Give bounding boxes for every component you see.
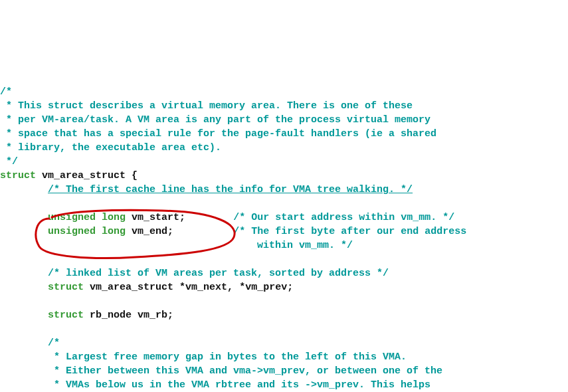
keyword-long: long	[102, 226, 126, 237]
comment-block-header-l6: */	[0, 156, 18, 167]
comment-gap-l3: * Either between this VMA and vma->vm_pr…	[48, 365, 442, 377]
comment-block-header-l2: * This struct describes a virtual memory…	[0, 100, 413, 112]
semicolon: ;	[167, 310, 173, 321]
identifier-vm_start: vm_start	[132, 212, 179, 223]
keyword-long: long	[102, 212, 126, 223]
identifier-vm_area_struct: vm_area_struct	[90, 282, 173, 293]
comment-block-header-l5: * library, the executable area etc).	[0, 142, 221, 153]
comment-block-header-l4: * space that has a special rule for the …	[0, 128, 436, 140]
identifier-vm_area_struct: vm_area_struct	[42, 170, 126, 181]
semicolon: ;	[287, 282, 293, 293]
comment-vm_end-l1: /* The first byte after our end address	[233, 226, 466, 237]
identifier-vm_prev: *vm_prev	[239, 282, 287, 293]
brace-open: {	[126, 170, 138, 181]
comment-vm_end-l2: within vm_mm. */	[239, 240, 353, 251]
identifier-vm_rb: vm_rb	[138, 310, 167, 321]
comment-gap-l1: /*	[48, 338, 60, 349]
comment-block-header-l3: * per VM-area/task. A VM area is any par…	[0, 114, 430, 126]
comment-gap-l2: * Largest free memory gap in bytes to th…	[48, 351, 407, 363]
comment-vm_start: /* Our start address within vm_mm. */	[233, 212, 454, 223]
keyword-struct: struct	[48, 310, 84, 321]
code-viewport: /* * This struct describes a virtual mem…	[0, 56, 568, 392]
keyword-struct: struct	[48, 282, 84, 293]
semicolon: ;	[179, 212, 185, 223]
comment-block-header-l1: /*	[0, 86, 12, 98]
semicolon: ;	[167, 226, 173, 237]
keyword-struct: struct	[0, 170, 36, 181]
comma: ,	[227, 282, 239, 293]
keyword-unsigned: unsigned	[48, 226, 96, 237]
identifier-rb_node: rb_node	[90, 310, 132, 321]
keyword-unsigned: unsigned	[48, 212, 96, 223]
comment-first-cache-line: /* The first cache line has the info for…	[48, 184, 413, 195]
identifier-vm_next: *vm_next	[179, 282, 227, 293]
comment-linked-list: /* linked list of VM areas per task, sor…	[48, 268, 389, 279]
identifier-vm_end: vm_end	[132, 226, 167, 237]
comment-gap-l4: * VMAs below us in the VMA rbtree and it…	[48, 379, 430, 391]
